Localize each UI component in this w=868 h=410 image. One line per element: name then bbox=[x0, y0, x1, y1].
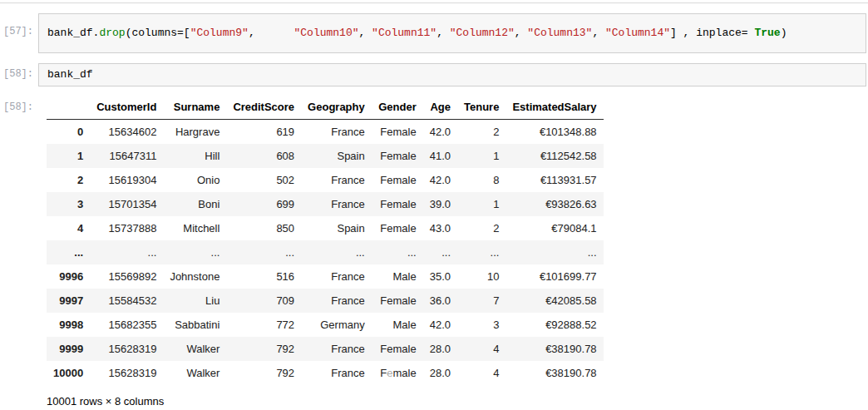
row-index: 9998 bbox=[47, 313, 90, 337]
table-cell: 15682355 bbox=[90, 313, 163, 337]
code-token: , bbox=[359, 27, 372, 39]
table-cell: 7 bbox=[457, 289, 506, 313]
table-cell: 15628319 bbox=[90, 337, 163, 361]
table-cell: ... bbox=[457, 240, 506, 264]
table-row: 999915628319Walker792FranceFemale28.04€3… bbox=[47, 337, 604, 361]
table-row: 315701354Boni699FranceFemale39.01€93826.… bbox=[47, 192, 604, 216]
column-header: Age bbox=[423, 95, 457, 120]
table-row: 015634602Hargrave619FranceFemale42.02€10… bbox=[47, 120, 604, 145]
table-cell: France bbox=[301, 192, 372, 216]
table-cell: 502 bbox=[226, 168, 301, 192]
row-index: 10000 bbox=[47, 361, 90, 385]
table-cell: €79084.1 bbox=[506, 216, 603, 240]
row-index: 9996 bbox=[47, 264, 90, 289]
column-header: Geography bbox=[301, 95, 372, 120]
table-cell: 4 bbox=[457, 361, 506, 385]
column-header: CreditScore bbox=[226, 95, 301, 120]
table-cell: France bbox=[301, 264, 372, 289]
row-index: 3 bbox=[47, 192, 90, 216]
table-cell: 15647311 bbox=[90, 144, 163, 168]
table-cell: 15737888 bbox=[90, 216, 163, 240]
column-header: Surname bbox=[163, 95, 226, 120]
table-cell: 15628319 bbox=[90, 361, 163, 385]
table-cell: €101348.88 bbox=[506, 120, 603, 145]
row-index: 0 bbox=[47, 120, 90, 145]
table-cell: France bbox=[301, 337, 372, 361]
table-cell: France bbox=[301, 289, 372, 313]
table-cell: €92888.52 bbox=[506, 313, 603, 337]
table-cell: 28.0 bbox=[423, 361, 457, 385]
code-token: "Column12" bbox=[450, 27, 515, 39]
code-cell-57: [57]: bank_df.drop(columns=["Column9", "… bbox=[0, 13, 868, 53]
table-row: 999815682355Sabbatini772GermanyMale42.03… bbox=[47, 313, 604, 337]
table-row: 999715584532Liu709FranceFemale36.07€4208… bbox=[47, 289, 604, 313]
table-cell: 10 bbox=[457, 264, 506, 289]
code-token: (columns=[ bbox=[126, 27, 190, 39]
code-token: , bbox=[249, 27, 294, 39]
table-cell: 1 bbox=[457, 144, 506, 168]
table-cell: Male bbox=[372, 264, 423, 289]
table-cell: Liu bbox=[163, 289, 226, 313]
row-index: 9997 bbox=[47, 289, 90, 313]
code-token: "Column13" bbox=[527, 27, 592, 39]
table-cell: ... bbox=[423, 240, 457, 264]
code-editor[interactable]: bank_df bbox=[38, 63, 866, 86]
table-cell: 35.0 bbox=[423, 264, 457, 289]
table-row: 1000015628319Walker792FranceFemale28.04€… bbox=[47, 361, 604, 385]
row-index: 4 bbox=[47, 216, 90, 240]
table-cell: France bbox=[301, 361, 372, 385]
table-cell: 15584532 bbox=[90, 289, 163, 313]
table-cell: €113931.57 bbox=[506, 168, 603, 192]
code-token: bank_df bbox=[47, 68, 93, 81]
table-cell: 792 bbox=[226, 337, 301, 361]
table-cell: Female bbox=[372, 216, 423, 240]
table-cell: 850 bbox=[226, 216, 301, 240]
table-row: 115647311Hill608SpainFemale41.01€112542.… bbox=[47, 144, 604, 168]
table-cell: 41.0 bbox=[423, 144, 457, 168]
table-cell: 36.0 bbox=[423, 289, 457, 313]
table-row: 999615569892Johnstone516FranceMale35.010… bbox=[47, 264, 604, 289]
table-cell: Sabbatini bbox=[163, 313, 226, 337]
code-token: True bbox=[754, 27, 780, 39]
table-cell: 28.0 bbox=[423, 337, 457, 361]
table-cell: Walker bbox=[163, 337, 226, 361]
code-token: "Column11" bbox=[372, 27, 436, 39]
table-cell: ... bbox=[163, 240, 226, 264]
code-editor[interactable]: bank_df.drop(columns=["Column9", "Column… bbox=[38, 13, 866, 53]
row-index: ... bbox=[47, 240, 90, 264]
table-cell: 42.0 bbox=[423, 120, 457, 145]
table-cell: ... bbox=[372, 240, 423, 264]
table-cell: Female bbox=[372, 361, 423, 385]
table-cell: Johnstone bbox=[163, 264, 226, 289]
table-cell: Female bbox=[372, 120, 423, 145]
table-cell: €101699.77 bbox=[506, 264, 603, 289]
table-cell: ... bbox=[506, 240, 603, 264]
table-cell: 42.0 bbox=[423, 313, 457, 337]
table-cell: 709 bbox=[226, 289, 301, 313]
table-cell: Walker bbox=[163, 361, 226, 385]
table-cell: ... bbox=[90, 240, 163, 264]
table-cell: France bbox=[301, 120, 372, 145]
code-token: ] , inplace= bbox=[670, 27, 754, 39]
code-token: drop bbox=[99, 27, 125, 39]
table-cell: 699 bbox=[226, 192, 301, 216]
table-row: 415737888Mitchell850SpainFemale43.02€790… bbox=[47, 216, 604, 240]
table-cell: 3 bbox=[457, 313, 506, 337]
dataframe-head-row: CustomerIdSurnameCreditScoreGeographyGen… bbox=[47, 95, 604, 120]
dataframe-table: CustomerIdSurnameCreditScoreGeographyGen… bbox=[47, 95, 604, 385]
code-token: "Column10" bbox=[293, 27, 358, 39]
table-cell: 619 bbox=[226, 120, 301, 145]
dataframe-output: CustomerIdSurnameCreditScoreGeographyGen… bbox=[38, 95, 868, 408]
code-token: "Column9" bbox=[190, 27, 249, 39]
table-cell: €38190.78 bbox=[506, 361, 603, 385]
table-cell: France bbox=[301, 168, 372, 192]
table-cell: 15569892 bbox=[90, 264, 163, 289]
dataframe-shape-footer: 10001 rows × 8 columns bbox=[47, 395, 868, 408]
table-cell: Hargrave bbox=[163, 120, 226, 145]
table-cell: Onio bbox=[163, 168, 226, 192]
table-cell: Spain bbox=[301, 216, 372, 240]
row-index: 2 bbox=[47, 168, 90, 192]
code-token: "Column14" bbox=[605, 27, 670, 39]
table-cell: 772 bbox=[226, 313, 301, 337]
table-cell: Female bbox=[372, 144, 423, 168]
